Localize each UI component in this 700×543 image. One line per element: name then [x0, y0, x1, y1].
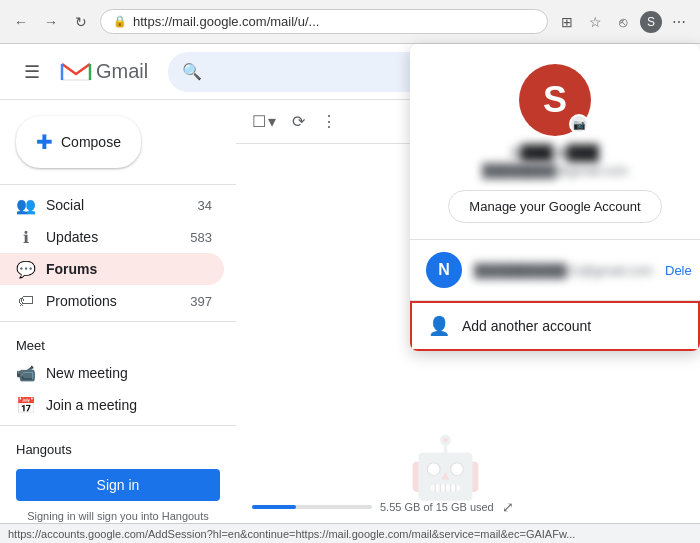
social-label: Social — [46, 197, 188, 213]
back-button[interactable]: ← — [10, 11, 32, 33]
browser-actions: ⊞ ☆ ⎋ S ⋯ — [556, 11, 690, 33]
gmail-text-logo: Gmail — [96, 60, 148, 83]
promotions-count: 397 — [190, 294, 212, 309]
social-count: 34 — [198, 198, 212, 213]
select-checkbox-button[interactable]: ☐ ▾ — [248, 108, 280, 135]
primary-account-name: S███ B███ — [511, 144, 599, 161]
primary-name-text: S███ B███ — [511, 144, 599, 161]
primary-account-section: S 📷 S███ B███ ████████@gmail.com Manage … — [410, 44, 700, 240]
sidebar-item-new-meeting[interactable]: 📹 New meeting — [0, 357, 224, 389]
new-meeting-icon: 📹 — [16, 364, 36, 383]
status-bar: https://accounts.google.com/AddSession?h… — [0, 523, 700, 543]
storage-bar-container: 5.55 GB of 15 GB used ⤢ — [236, 491, 700, 523]
camera-badge[interactable]: 📷 — [569, 114, 589, 134]
compose-label: Compose — [61, 134, 121, 150]
forward-button[interactable]: → — [40, 11, 62, 33]
gmail-m-logo — [60, 60, 92, 84]
share-button[interactable]: ⎋ — [612, 11, 634, 33]
lock-icon: 🔒 — [113, 15, 127, 28]
storage-link-button[interactable]: ⤢ — [502, 499, 514, 515]
promotions-label: Promotions — [46, 293, 180, 309]
status-url: https://accounts.google.com/AddSession?h… — [8, 528, 575, 540]
secondary-account-email: ██████████21@gmail.com — [474, 263, 653, 278]
social-icon: 👥 — [16, 196, 36, 215]
account-dropdown: S 📷 S███ B███ ████████@gmail.com Manage … — [410, 44, 700, 351]
sidebar-item-forums[interactable]: 💬 Forums — [0, 253, 224, 285]
primary-account-avatar: S 📷 — [519, 64, 591, 136]
secondary-account-section: N ██████████21@gmail.com Dele — [410, 240, 700, 301]
hangouts-section-header: Hangouts — [0, 430, 236, 461]
compose-plus-icon: ✚ — [36, 130, 53, 154]
promotions-icon: 🏷 — [16, 292, 36, 310]
add-account-label: Add another account — [462, 318, 591, 334]
search-icon[interactable]: 🔍 — [182, 62, 202, 81]
url-text: https://mail.google.com/mail/u/... — [133, 14, 535, 29]
storage-bar — [252, 505, 372, 509]
sidebar-divider-2 — [0, 321, 236, 322]
sidebar-item-social[interactable]: 👥 Social 34 — [0, 189, 224, 221]
checkbox-icon: ☐ — [252, 112, 266, 131]
primary-account-email: ████████@gmail.com — [482, 163, 628, 178]
address-bar[interactable]: 🔒 https://mail.google.com/mail/u/... — [100, 9, 548, 34]
secondary-email-text: ██████████21@gmail.com — [474, 263, 653, 278]
sidebar-divider-3 — [0, 425, 236, 426]
updates-label: Updates — [46, 229, 180, 245]
forums-icon: 💬 — [16, 260, 36, 279]
updates-count: 583 — [190, 230, 212, 245]
sidebar-item-updates[interactable]: ℹ Updates 583 — [0, 221, 224, 253]
primary-email-text: ████████@gmail.com — [482, 163, 628, 178]
refresh-emails-button[interactable]: ⟳ — [288, 108, 309, 135]
sidebar-divider-1 — [0, 184, 236, 185]
new-meeting-label: New meeting — [46, 365, 212, 381]
refresh-button[interactable]: ↻ — [70, 11, 92, 33]
add-account-row[interactable]: 👤 Add another account — [410, 301, 700, 351]
updates-icon: ℹ — [16, 228, 36, 247]
manage-account-button[interactable]: Manage your Google Account — [448, 190, 661, 223]
gmail-logo: Gmail — [60, 60, 148, 84]
secondary-account-avatar: N — [426, 252, 462, 288]
sidebar-item-join-meeting[interactable]: 📅 Join a meeting — [0, 389, 224, 421]
delete-account-link[interactable]: Dele — [665, 263, 692, 278]
join-meeting-icon: 📅 — [16, 396, 36, 415]
extensions-button[interactable]: ⊞ — [556, 11, 578, 33]
compose-button[interactable]: ✚ Compose — [16, 116, 141, 168]
storage-bar-fill — [252, 505, 296, 509]
meet-section-header: Meet — [0, 326, 236, 357]
storage-text: 5.55 GB of 15 GB used — [380, 501, 494, 513]
browser-chrome: ← → ↻ 🔒 https://mail.google.com/mail/u/.… — [0, 0, 700, 44]
menu-button[interactable]: ☰ — [12, 52, 52, 92]
join-meeting-label: Join a meeting — [46, 397, 212, 413]
dropdown-arrow-icon: ▾ — [268, 112, 276, 131]
sign-in-button[interactable]: Sign in — [16, 469, 220, 501]
more-button[interactable]: ⋯ — [668, 11, 690, 33]
add-account-icon: 👤 — [428, 315, 450, 337]
more-actions-button[interactable]: ⋮ — [317, 108, 341, 135]
forums-label: Forums — [46, 261, 202, 277]
star-button[interactable]: ☆ — [584, 11, 606, 33]
profile-button[interactable]: S — [640, 11, 662, 33]
sidebar: ✚ Compose 👥 Social 34 ℹ Updates 583 💬 Fo… — [0, 100, 236, 543]
sidebar-item-promotions[interactable]: 🏷 Promotions 397 — [0, 285, 224, 317]
